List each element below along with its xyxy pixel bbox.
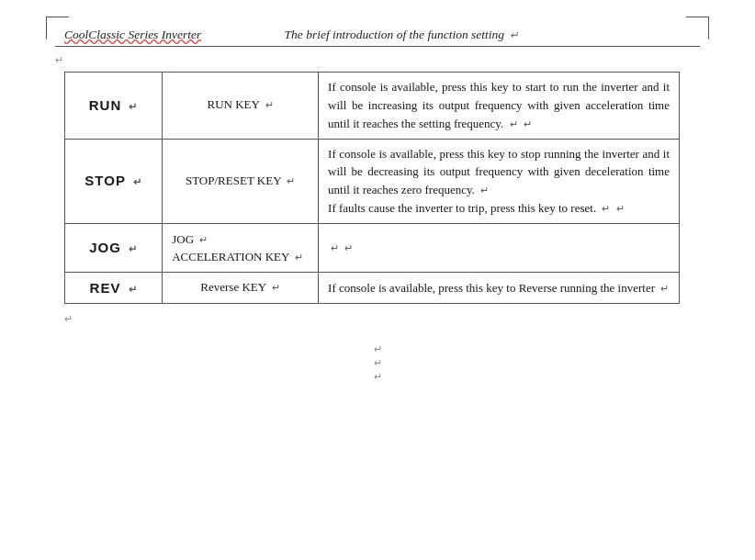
return-desc-jog: ↵ [344, 242, 353, 253]
jog-key-label-2: ACCELERATION KEY ↵ [172, 250, 303, 263]
cell-desc-run: If console is available, press this key … [319, 73, 680, 140]
cell-key-jog: JOG ↵ ACCELERATION KEY ↵ [163, 223, 319, 272]
function-table: RUN ↵ RUN KEY ↵ If console is available,… [64, 72, 680, 304]
footer-marks: ↵ ↵ ↵ [55, 343, 700, 383]
stop-key-label: STOP/RESET KEY ↵ [186, 174, 295, 187]
jog-key-label-1: JOG ↵ [172, 232, 208, 246]
cell-icon-jog: JOG ↵ [65, 223, 163, 272]
run-description: If console is available, press this key … [328, 80, 670, 130]
paragraph-mark-top: ↵ [55, 54, 700, 66]
footer-mark-2: ↵ [55, 357, 700, 369]
rev-icon-label: REV [90, 280, 121, 296]
corner-decoration-tl [46, 17, 69, 39]
cell-icon-rev: REV ↵ [65, 272, 163, 304]
return-desc-run: ↵ [524, 118, 532, 129]
jog-icon-label: JOG [89, 240, 121, 255]
header-divider [55, 46, 700, 47]
cell-desc-jog: ↵ ↵ [319, 223, 680, 272]
footer-mark-1: ↵ [55, 343, 700, 355]
jog-description: ↵ [328, 241, 339, 254]
stop-icon-label: STOP [85, 173, 125, 188]
table-row: STOP ↵ STOP/RESET KEY ↵ If console is av… [65, 139, 680, 223]
cell-key-run: RUN KEY ↵ [163, 73, 319, 140]
rev-description: If console is available, press this key … [328, 281, 669, 295]
return-icon-rev: ↵ [129, 284, 138, 295]
header-title: CoolClassic Series Inverter [64, 28, 201, 42]
return-icon-stop: ↵ [133, 176, 142, 187]
cell-key-stop: STOP/RESET KEY ↵ [163, 139, 319, 223]
header-subtitle: The brief introduction of the function s… [256, 28, 518, 42]
footer-mark-3: ↵ [55, 371, 700, 383]
cell-desc-rev: If console is available, press this key … [319, 272, 680, 304]
table-row: RUN ↵ RUN KEY ↵ If console is available,… [65, 73, 680, 140]
return-mark-header: ↵ [510, 29, 518, 40]
para-mark-1: ↵ [64, 313, 700, 325]
run-key-label: RUN KEY ↵ [208, 97, 274, 111]
page-container: CoolClassic Series Inverter The brief in… [0, 0, 755, 560]
table-row: JOG ↵ JOG ↵ ACCELERATION KEY ↵ ↵ ↵ [65, 223, 680, 272]
cell-key-rev: Reverse KEY ↵ [163, 272, 319, 304]
cell-desc-stop: If console is available, press this key … [319, 139, 680, 223]
cell-icon-run: RUN ↵ [65, 73, 163, 140]
return-icon-run: ↵ [129, 101, 138, 112]
corner-decoration-tr [686, 17, 709, 39]
run-icon-label: RUN [89, 97, 122, 113]
return-desc-stop: ↵ [616, 203, 625, 214]
brand-name: CoolClassic Series Inverter [64, 28, 201, 41]
table-row: REV ↵ Reverse KEY ↵ If console is availa… [65, 272, 680, 304]
cell-icon-stop: STOP ↵ [65, 139, 163, 223]
rev-key-label: Reverse KEY ↵ [200, 280, 280, 294]
header-area: CoolClassic Series Inverter The brief in… [55, 28, 700, 42]
return-icon-jog: ↵ [129, 243, 138, 254]
bottom-paragraph-marks: ↵ [64, 313, 700, 325]
